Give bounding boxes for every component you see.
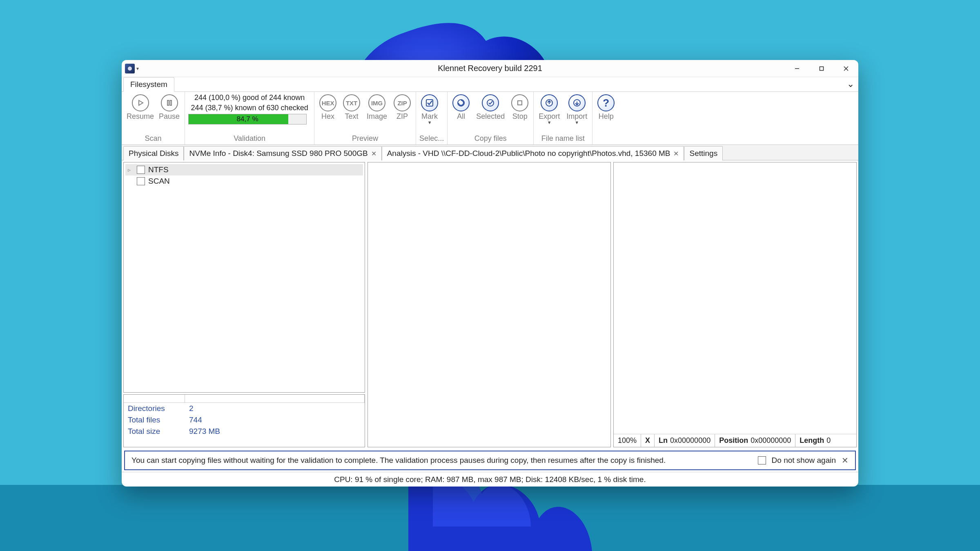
info-message: You can start copying files without wait…	[131, 456, 752, 465]
ribbon-collapse-icon[interactable]: ⌄	[847, 79, 854, 89]
tree-item-scan[interactable]: SCAN	[125, 176, 363, 187]
hex-len-value: 0	[826, 436, 831, 445]
svg-rect-7	[170, 100, 172, 105]
hex-pos-key: Position	[719, 436, 748, 445]
expander-spacer	[128, 178, 134, 184]
group-select: Mark ▼ Selec...	[416, 92, 448, 144]
tab-analysis-close-icon[interactable]: ✕	[673, 150, 679, 158]
group-copy: All Selected Stop Copy files	[448, 92, 534, 144]
hex-x[interactable]: X	[641, 434, 655, 447]
preview-img-button[interactable]: IMGImage	[365, 93, 389, 122]
stats-row-directories: Directories2	[124, 403, 365, 414]
ribbon-tab-row: Filesystem ⌄	[122, 77, 858, 92]
help-button[interactable]: ?Help	[596, 93, 616, 122]
pause-label: Pause	[159, 112, 180, 121]
copy-selected-icon	[482, 94, 499, 111]
preview-zip-label: ZIP	[396, 112, 408, 121]
help-icon: ?	[597, 94, 615, 111]
svg-point-0	[128, 67, 132, 71]
tab-nvme-info[interactable]: NVMe Info - Disk4: Samsung SSD 980 PRO 5…	[184, 146, 381, 160]
zip-icon: ZIP	[394, 94, 411, 111]
checkbox-ntfs[interactable]	[137, 166, 145, 174]
info-bar: You can start copying files without wait…	[124, 451, 856, 470]
preview-txt-button[interactable]: TXTText	[341, 93, 362, 122]
group-preview-label: Preview	[318, 134, 412, 144]
window-title: Klennet Recovery build 2291	[122, 64, 858, 73]
import-button[interactable]: Import▼	[565, 93, 589, 125]
svg-point-11	[487, 100, 494, 106]
hex-length: Length0	[795, 434, 835, 447]
copy-selected-label: Selected	[476, 112, 505, 121]
hex-position: Position0x00000000	[715, 434, 795, 447]
hex-len-key: Length	[800, 436, 824, 445]
preview-hex-label: Hex	[321, 112, 334, 121]
preview-panel[interactable]: 100% X Ln0x00000000 Position0x00000000 L…	[613, 162, 857, 447]
group-validation: 244 (100,0 %) good of 244 known 244 (38,…	[185, 92, 314, 144]
copy-selected-button[interactable]: Selected	[474, 93, 506, 122]
group-scan-label: Scan	[125, 134, 181, 144]
stop-icon	[511, 94, 528, 111]
export-button[interactable]: Export▼	[537, 93, 561, 125]
tab-analysis-label: Analysis - VHD \\CF-DD-Cloud-2\Public\Ph…	[387, 149, 670, 158]
stats-totalfiles-value: 744	[189, 415, 202, 424]
tree-item-ntfs-label: NTFS	[148, 165, 169, 174]
preview-zip-button[interactable]: ZIPZIP	[392, 93, 412, 122]
import-label: Import	[566, 112, 587, 121]
group-help: ?Help	[592, 92, 619, 144]
resume-label: Resume	[127, 112, 154, 121]
left-column: ▹ NTFS SCAN Directories2 Total files744 …	[123, 162, 365, 447]
mark-dropdown-icon: ▼	[428, 121, 432, 124]
workspace: ▹ NTFS SCAN Directories2 Total files744 …	[122, 160, 858, 449]
stats-totalfiles-key: Total files	[128, 415, 189, 424]
stats-panel[interactable]: Directories2 Total files744 Total size92…	[123, 394, 365, 447]
qat-dropdown-icon[interactable]: ▾	[136, 66, 139, 71]
txt-icon: TXT	[343, 94, 360, 111]
hex-zoom-value: 100%	[618, 436, 637, 445]
hex-statusbar: 100% X Ln0x00000000 Position0x00000000 L…	[614, 434, 856, 447]
maximize-button[interactable]	[809, 60, 834, 77]
minimize-button[interactable]	[785, 60, 809, 77]
do-not-show-checkbox[interactable]	[758, 456, 766, 464]
validation-percent: 84,7 %	[189, 114, 306, 124]
ribbon-tab-filesystem[interactable]: Filesystem	[123, 77, 174, 92]
group-validation-label: Validation	[188, 134, 311, 144]
mark-button[interactable]: Mark ▼	[419, 93, 440, 125]
copy-stop-button[interactable]: Stop	[510, 93, 530, 122]
hex-icon: HEX	[319, 94, 336, 111]
status-text: CPU: 91 % of single core; RAM: 987 MB, m…	[334, 475, 646, 484]
close-button[interactable]	[834, 60, 858, 77]
svg-rect-6	[167, 100, 169, 105]
group-select-label: Selec...	[419, 134, 444, 144]
preview-hex-button[interactable]: HEXHex	[318, 93, 338, 122]
checkbox-scan[interactable]	[137, 177, 145, 185]
titlebar: ▾ Klennet Recovery build 2291	[122, 60, 858, 77]
stats-row-totalfiles: Total files744	[124, 414, 365, 426]
resume-button[interactable]: Resume	[125, 93, 156, 122]
preview-img-label: Image	[367, 112, 387, 121]
tab-physical-disks[interactable]: Physical Disks	[123, 146, 184, 160]
group-scan: Resume Pause Scan	[122, 92, 185, 144]
svg-rect-2	[820, 67, 824, 70]
stats-totalsize-value: 9273 MB	[189, 427, 220, 436]
tree-item-ntfs[interactable]: ▹ NTFS	[125, 164, 363, 176]
tab-physical-disks-label: Physical Disks	[129, 149, 178, 158]
resume-icon	[132, 94, 149, 111]
mark-label: Mark	[421, 112, 438, 121]
pause-button[interactable]: Pause	[157, 93, 181, 122]
group-preview: HEXHex TXTText IMGImage ZIPZIP Preview	[314, 92, 416, 144]
file-list-panel[interactable]	[368, 162, 611, 447]
tab-settings[interactable]: Settings	[684, 146, 723, 160]
group-help-label	[596, 134, 616, 144]
stats-totalsize-key: Total size	[128, 427, 189, 436]
svg-marker-5	[139, 100, 143, 105]
import-dropdown-icon: ▼	[575, 121, 579, 124]
expander-icon[interactable]: ▹	[128, 167, 134, 173]
tab-analysis[interactable]: Analysis - VHD \\CF-DD-Cloud-2\Public\Ph…	[382, 146, 684, 160]
tab-nvme-close-icon[interactable]: ✕	[371, 150, 376, 158]
copy-all-button[interactable]: All	[451, 93, 471, 122]
hex-ln-key: Ln	[659, 436, 668, 445]
hex-zoom[interactable]: 100%	[614, 434, 641, 447]
tree-panel[interactable]: ▹ NTFS SCAN	[123, 162, 365, 393]
img-icon: IMG	[368, 94, 385, 111]
info-close-icon[interactable]: ✕	[842, 455, 849, 465]
